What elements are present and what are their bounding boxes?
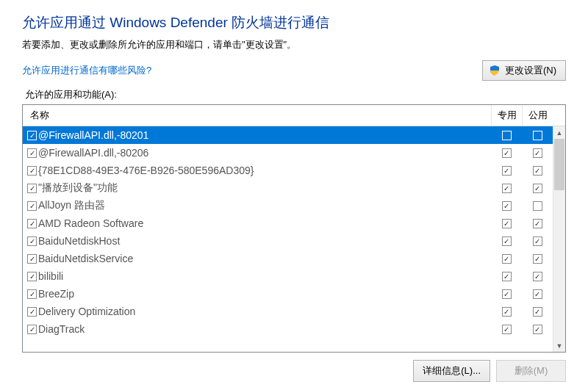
- public-checkbox[interactable]: ✓: [533, 166, 542, 176]
- shield-icon: [489, 65, 501, 76]
- public-checkbox[interactable]: [533, 201, 542, 211]
- table-row[interactable]: ✓"播放到设备"功能✓✓: [23, 179, 553, 197]
- private-checkbox[interactable]: ✓: [502, 307, 512, 317]
- private-checkbox[interactable]: [502, 131, 512, 140]
- public-checkbox[interactable]: [533, 131, 542, 140]
- section-label: 允许的应用和功能(A):: [25, 88, 566, 101]
- public-checkbox[interactable]: ✓: [533, 184, 542, 193]
- enabled-checkbox[interactable]: ✓: [27, 325, 37, 334]
- private-checkbox[interactable]: ✓: [502, 184, 512, 193]
- table-row[interactable]: ✓DiagTrack✓✓: [23, 320, 553, 338]
- column-header-private[interactable]: 专用: [491, 105, 522, 126]
- enabled-checkbox[interactable]: ✓: [27, 184, 37, 193]
- column-header-name[interactable]: 名称: [23, 105, 491, 126]
- row-name: bilibili: [38, 270, 63, 282]
- details-button[interactable]: 详细信息(L)...: [413, 360, 490, 382]
- row-name: DiagTrack: [38, 323, 85, 335]
- list-header: 名称 专用 公用: [23, 105, 565, 126]
- table-row[interactable]: ✓bilibili✓✓: [23, 267, 553, 285]
- scroll-down-icon[interactable]: ▼: [553, 339, 565, 352]
- enabled-checkbox[interactable]: ✓: [27, 289, 37, 299]
- row-name: AllJoyn 路由器: [38, 199, 105, 212]
- public-checkbox[interactable]: ✓: [533, 307, 542, 317]
- private-checkbox[interactable]: ✓: [502, 236, 512, 246]
- table-row[interactable]: ✓AllJoyn 路由器✓: [23, 197, 553, 214]
- remove-button: 删除(M): [496, 360, 566, 382]
- enabled-checkbox[interactable]: ✓: [27, 131, 37, 140]
- enabled-checkbox[interactable]: ✓: [27, 166, 37, 176]
- column-header-public[interactable]: 公用: [522, 105, 553, 126]
- row-name: {78E1CD88-49E3-476E-B926-580E596AD309}: [38, 165, 254, 176]
- enabled-checkbox[interactable]: ✓: [27, 219, 37, 228]
- table-row[interactable]: ✓Delivery Optimization✓✓: [23, 303, 553, 320]
- private-checkbox[interactable]: ✓: [502, 219, 512, 228]
- enabled-checkbox[interactable]: ✓: [27, 201, 37, 211]
- public-checkbox[interactable]: ✓: [533, 148, 542, 158]
- row-name: AMD Radeon Software: [38, 217, 143, 229]
- public-checkbox[interactable]: ✓: [533, 219, 542, 228]
- change-settings-button[interactable]: 更改设置(N): [482, 60, 566, 81]
- private-checkbox[interactable]: ✓: [502, 289, 512, 299]
- enabled-checkbox[interactable]: ✓: [27, 254, 37, 264]
- table-row[interactable]: ✓{78E1CD88-49E3-476E-B926-580E596AD309}✓…: [23, 162, 553, 179]
- page-title: 允许应用通过 Windows Defender 防火墙进行通信: [22, 13, 566, 32]
- private-checkbox[interactable]: ✓: [502, 148, 512, 158]
- page-subtext: 若要添加、更改或删除所允许的应用和端口，请单击"更改设置"。: [22, 38, 566, 51]
- private-checkbox[interactable]: ✓: [502, 272, 512, 281]
- row-name: "播放到设备"功能: [38, 181, 118, 195]
- table-row[interactable]: ✓BaiduNetdiskService✓✓: [23, 250, 553, 267]
- enabled-checkbox[interactable]: ✓: [27, 236, 37, 246]
- private-checkbox[interactable]: ✓: [502, 325, 512, 334]
- table-row[interactable]: ✓BreeZip✓✓: [23, 285, 553, 303]
- public-checkbox[interactable]: ✓: [533, 325, 542, 334]
- row-name: BaiduNetdiskHost: [38, 235, 120, 247]
- public-checkbox[interactable]: ✓: [533, 254, 542, 264]
- table-row[interactable]: ✓@FirewallAPI.dll,-80206✓✓: [23, 144, 553, 162]
- scrollbar[interactable]: ▲ ▼: [553, 126, 565, 352]
- allowed-apps-listbox: 名称 专用 公用 ✓@FirewallAPI.dll,-80201✓@Firew…: [22, 104, 566, 353]
- row-name: Delivery Optimization: [38, 306, 135, 317]
- enabled-checkbox[interactable]: ✓: [27, 272, 37, 281]
- public-checkbox[interactable]: ✓: [533, 289, 542, 299]
- scroll-thumb[interactable]: [554, 139, 564, 190]
- scroll-up-icon[interactable]: ▲: [553, 126, 565, 139]
- enabled-checkbox[interactable]: ✓: [27, 148, 37, 158]
- row-name: BreeZip: [38, 288, 74, 300]
- public-checkbox[interactable]: ✓: [533, 236, 542, 246]
- change-settings-label: 更改设置(N): [505, 64, 556, 77]
- table-row[interactable]: ✓@FirewallAPI.dll,-80201: [23, 126, 553, 144]
- private-checkbox[interactable]: ✓: [502, 254, 512, 264]
- enabled-checkbox[interactable]: ✓: [27, 307, 37, 317]
- table-row[interactable]: ✓AMD Radeon Software✓✓: [23, 214, 553, 232]
- private-checkbox[interactable]: ✓: [502, 201, 512, 211]
- private-checkbox[interactable]: ✓: [502, 166, 512, 176]
- table-row[interactable]: ✓BaiduNetdiskHost✓✓: [23, 232, 553, 250]
- public-checkbox[interactable]: ✓: [533, 272, 542, 281]
- row-name: @FirewallAPI.dll,-80206: [38, 147, 148, 159]
- risk-link[interactable]: 允许应用进行通信有哪些风险?: [22, 64, 151, 77]
- row-name: BaiduNetdiskService: [38, 253, 133, 264]
- row-name: @FirewallAPI.dll,-80201: [38, 129, 148, 141]
